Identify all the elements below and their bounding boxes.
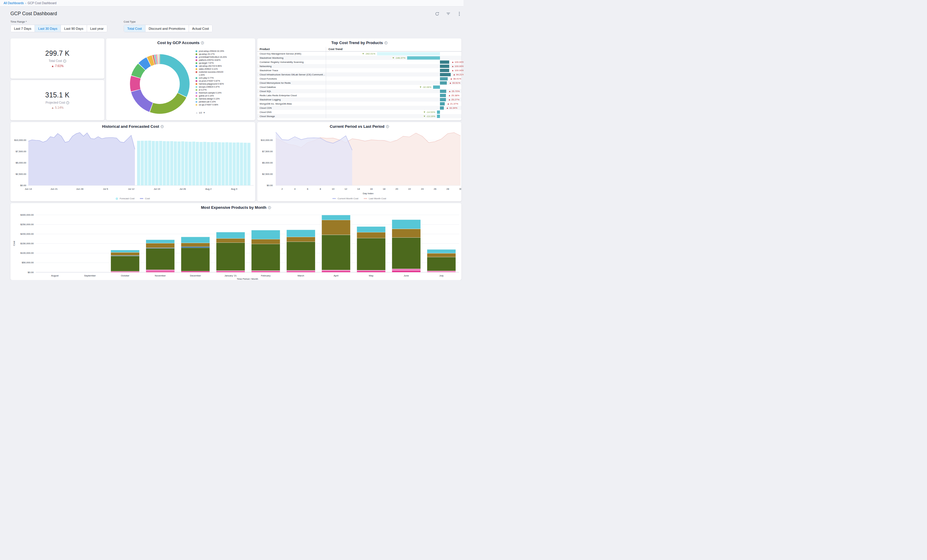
stack-segment-blue-october[interactable] — [111, 256, 140, 256]
legend-item-harness-playground[interactable]: harness-playground 0.52% — [196, 82, 251, 85]
legend-item-[interactable]: ø 0.27% — [196, 88, 251, 91]
table-row-container-registry-vulnerability-scannin[interactable]: Container Registry Vulnerability Scannin… — [257, 60, 461, 64]
stack-segment-brown-november[interactable] — [146, 243, 175, 247]
historical-forecast-chart[interactable]: $10,000.00$7,500.00$5,000.00$2,500.00$0.… — [11, 130, 255, 196]
legend-item-ce-qa-274307[interactable]: ce-qa-274307 0.06% — [196, 103, 251, 106]
stack-segment-cyan-march[interactable] — [286, 230, 315, 237]
stack-segment-brown-february[interactable] — [251, 239, 280, 244]
forecast-bar[interactable] — [163, 141, 166, 185]
forecast-bar[interactable] — [152, 141, 155, 185]
forecast-bar[interactable] — [243, 143, 246, 185]
stack-segment-brown-april[interactable] — [322, 220, 350, 235]
stack-segment-olive-green-february[interactable] — [251, 244, 280, 270]
forecast-bar[interactable] — [170, 141, 173, 185]
legend-item-customer-success-244100[interactable]: customer-success-244100 1.00% — [196, 71, 251, 77]
stack-segment-olive-green-april[interactable] — [322, 235, 350, 270]
info-icon[interactable]: i — [201, 41, 204, 44]
stack-segment-magenta-june[interactable] — [392, 270, 421, 272]
stack-segment-cyan-february[interactable] — [251, 230, 280, 239]
table-row-cloud-functions[interactable]: Cloud Functions▲ 38.41% — [257, 77, 461, 81]
refresh-icon[interactable] — [435, 12, 439, 16]
stack-segment-olive-green-december[interactable] — [181, 248, 210, 271]
stack-segment-magenta-may[interactable] — [357, 271, 385, 273]
cost-type-option-actual-cost[interactable]: Actual Cost — [189, 25, 212, 32]
forecast-bar[interactable] — [159, 141, 162, 185]
forecast-bar[interactable] — [207, 142, 210, 185]
legend-item-freemium-sample[interactable]: freemium-sample 0.19% — [196, 91, 251, 94]
cost-type-option-total-cost[interactable]: Total Cost — [124, 25, 145, 32]
stack-segment-olive-green-november[interactable] — [146, 249, 175, 270]
stack-segment-magenta-november[interactable] — [146, 271, 175, 272]
table-row-cloud-storage[interactable]: Cloud Storage▼ -13.19% — [257, 114, 461, 118]
stack-segment-blue-november[interactable] — [146, 248, 175, 249]
legend-item-harness-design[interactable]: harness-design 0.13% — [196, 97, 251, 100]
forecast-bar[interactable] — [192, 141, 195, 185]
forecast-bar[interactable] — [199, 142, 202, 185]
forecast-bar[interactable] — [203, 142, 206, 185]
stack-segment-light-pink-june[interactable] — [392, 269, 421, 270]
stack-segment-brown-january-21[interactable] — [216, 238, 245, 243]
breadcrumb-link-all-dashboards[interactable]: All Dashboards — [4, 2, 24, 5]
table-row-stackdriver-monitoring[interactable]: Stackdriver Monitoring▼ -146.37% — [257, 56, 461, 60]
stack-segment-cyan-may[interactable] — [357, 227, 385, 232]
forecast-bar[interactable] — [137, 141, 140, 185]
forecast-bar[interactable] — [188, 142, 191, 185]
info-icon[interactable]: i — [384, 41, 388, 44]
forecast-bar[interactable] — [225, 143, 228, 185]
time-range-option-last-year[interactable]: Last year — [87, 25, 107, 32]
table-row-stackdriver-trace[interactable]: Stackdriver Trace▲ 100.00% — [257, 68, 461, 72]
table-row-cloud-dns[interactable]: Cloud DNS▼ -14.53% — [257, 110, 461, 114]
info-icon[interactable]: i — [66, 101, 69, 104]
stack-segment-light-pink-april[interactable] — [322, 270, 350, 271]
forecast-bar[interactable] — [141, 141, 144, 185]
stack-segment-olive-green-may[interactable] — [357, 238, 385, 270]
table-row-mongodb-inc-mongodb-atlas[interactable]: MongoDB Inc. MongoDB Atlas▲ 21.37% — [257, 102, 461, 106]
forecast-bar[interactable] — [177, 141, 180, 185]
stack-segment-cyan-july[interactable] — [427, 249, 456, 253]
legend-item-ce-prod-274307[interactable]: ce-prod-274307 0.67% — [196, 79, 251, 82]
stack-segment-brown-december[interactable] — [181, 243, 210, 247]
forecast-bar[interactable] — [233, 143, 236, 185]
stack-segment-light-pink-november[interactable] — [146, 270, 175, 272]
legend-item-cost[interactable]: Cost — [140, 197, 150, 200]
legend-item-current-month-cost[interactable]: Current Month Cost — [332, 197, 358, 200]
forecast-bar[interactable] — [181, 141, 184, 185]
stack-segment-cyan-january-21[interactable] — [216, 232, 245, 238]
legend-item-golink-url[interactable]: golink-url 0.14% — [196, 94, 251, 97]
table-row-cloud-key-management-service-kms[interactable]: Cloud Key Management Service (KMS)▼ -342… — [257, 52, 461, 56]
table-row-cloud-dataflow[interactable]: Cloud Dataflow▼ -32.06% — [257, 85, 461, 89]
current-vs-last-chart[interactable]: $10,000.00$7,500.00$5,000.00$2,500.00$0.… — [257, 130, 461, 196]
table-row-stackdriver-logging[interactable]: Stackdriver Logging▲ 25.27% — [257, 97, 461, 102]
stack-segment-olive-green-july[interactable] — [427, 257, 456, 271]
stack-segment-olive-green-october[interactable] — [111, 256, 140, 271]
time-range-option-last-90-days[interactable]: Last 90 Days — [61, 25, 87, 32]
info-icon[interactable]: i — [63, 59, 66, 62]
legend-page-down-icon[interactable]: ▼ — [203, 112, 205, 114]
stack-segment-magenta-february[interactable] — [251, 271, 280, 272]
stack-segment-light-pink-may[interactable] — [357, 270, 385, 271]
legend-item-uat-setup-261723[interactable]: uat-setup-261723 5.55% — [196, 65, 251, 68]
legend-page-up-icon[interactable]: ▲ — [196, 112, 198, 114]
stack-segment-magenta-december[interactable] — [181, 271, 210, 272]
cost-type-option-discount-and-promotions[interactable]: Discount and Promotions — [145, 25, 189, 32]
kebab-menu-icon[interactable] — [457, 12, 461, 16]
forecast-bar[interactable] — [248, 143, 251, 185]
stack-segment-olive-green-march[interactable] — [286, 241, 315, 270]
stack-segment-brown-march[interactable] — [286, 237, 315, 241]
stack-segment-brown-may[interactable] — [357, 232, 385, 238]
stack-segment-light-pink-january-21[interactable] — [216, 270, 245, 272]
forecast-bar[interactable] — [166, 141, 169, 185]
stack-segment-light-pink-february[interactable] — [251, 270, 280, 271]
info-icon[interactable]: i — [161, 125, 164, 128]
table-row-redis-labs-redis-enterprise-cloud[interactable]: Redis Labs Redis Enterprise Cloud▲ 25.38… — [257, 93, 461, 97]
table-row-networking[interactable]: Networking▲ 100.00% — [257, 64, 461, 68]
forecast-bar[interactable] — [236, 143, 239, 185]
stack-segment-cyan-november[interactable] — [146, 240, 175, 243]
table-row-cloud-memorystore-for-redis[interactable]: Cloud Memorystore for Redis▲ 33.51% — [257, 81, 461, 85]
forecast-bar[interactable] — [174, 141, 177, 185]
legend-item-qa-setup[interactable]: qa-setup 23.17% — [196, 53, 251, 56]
table-row-cloud-cdn[interactable]: Cloud CDN▲ 16.34% — [257, 106, 461, 110]
forecast-bar[interactable] — [148, 141, 151, 185]
forecast-bar[interactable] — [218, 143, 221, 185]
stack-segment-cyan-october[interactable] — [111, 250, 140, 253]
